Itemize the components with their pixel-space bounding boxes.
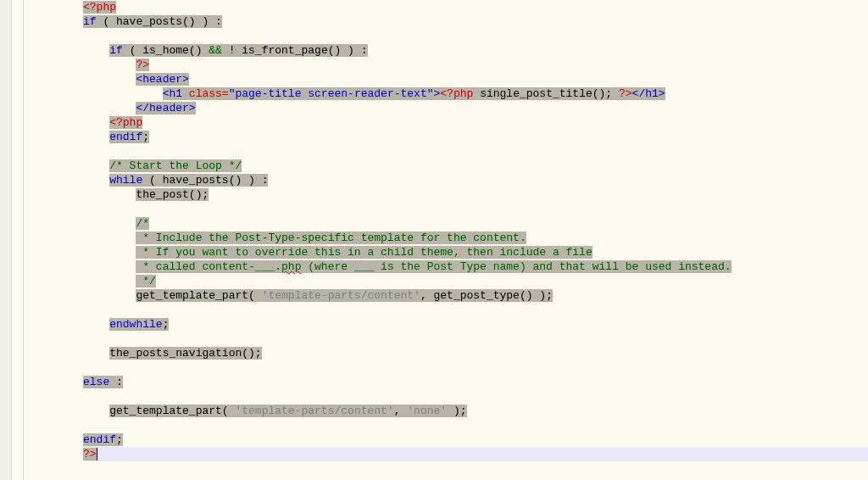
code-line[interactable]: while ( have_posts() ) : <box>83 173 868 187</box>
code-line[interactable]: if ( have_posts() ) : <box>83 14 868 29</box>
text-cursor <box>97 448 97 460</box>
code-line[interactable] <box>83 418 868 433</box>
code-editor[interactable]: <?php if ( have_posts() ) : if ( is_home… <box>0 0 868 480</box>
fold-gutter <box>12 0 24 480</box>
code-line[interactable] <box>83 389 868 404</box>
code-line[interactable] <box>83 144 868 159</box>
code-line[interactable]: endwhile; <box>83 317 868 332</box>
code-line[interactable]: <header> <box>83 72 868 87</box>
code-line[interactable]: /* <box>83 216 868 231</box>
code-line[interactable]: endif; <box>83 130 868 144</box>
code-line[interactable] <box>83 303 868 317</box>
code-text-area[interactable]: <?php if ( have_posts() ) : if ( is_home… <box>83 0 868 480</box>
indent-guide-margin <box>24 0 83 480</box>
code-line[interactable]: get_template_part( 'template-parts/conte… <box>83 404 868 418</box>
code-line[interactable]: /* Start the Loop */ <box>83 159 868 173</box>
code-line[interactable] <box>83 332 868 346</box>
code-line[interactable]: * called content-___.php (where ___ is t… <box>83 260 868 274</box>
code-line[interactable]: if ( is_home() && ! is_front_page() ) : <box>83 43 868 58</box>
code-line[interactable] <box>83 29 868 43</box>
code-line[interactable]: <?php <box>83 115 868 130</box>
code-line[interactable]: <h1 class="page-title screen-reader-text… <box>83 87 868 101</box>
code-line[interactable]: else : <box>83 375 868 389</box>
code-line[interactable]: ?> <box>83 447 868 461</box>
code-line[interactable]: the_posts_navigation(); <box>83 346 868 360</box>
code-line[interactable]: */ <box>83 274 868 288</box>
code-line[interactable]: * Include the Post-Type-specific templat… <box>83 231 868 245</box>
code-line[interactable]: endif; <box>83 433 868 447</box>
code-line[interactable]: the_post(); <box>83 187 868 202</box>
code-line[interactable]: </header> <box>83 101 868 115</box>
code-line[interactable]: ?> <box>83 58 868 72</box>
code-line[interactable]: <?php <box>83 0 868 14</box>
code-line[interactable]: get_template_part( 'template-parts/conte… <box>83 288 868 303</box>
code-line[interactable]: * If you want to override this in a chil… <box>83 245 868 260</box>
code-line[interactable] <box>83 202 868 216</box>
code-line[interactable] <box>83 360 868 375</box>
marker-gutter <box>0 0 12 480</box>
